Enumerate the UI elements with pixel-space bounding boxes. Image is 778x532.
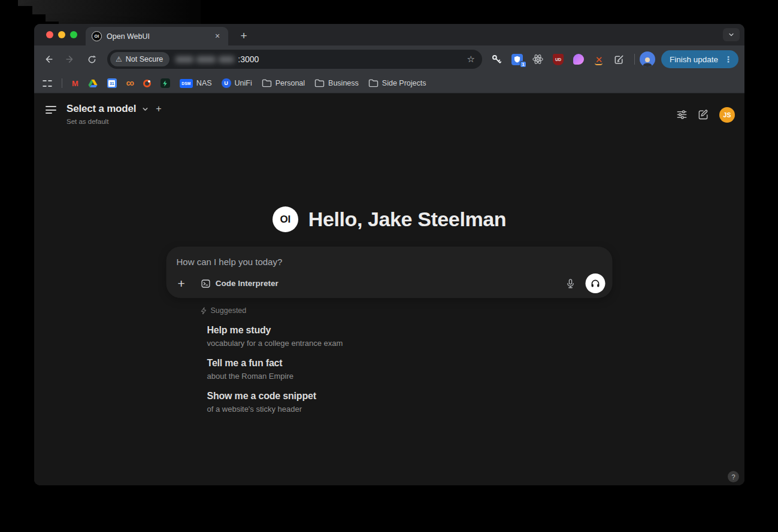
x-extension-icon[interactable]: ✕ <box>592 53 606 66</box>
forward-button[interactable] <box>62 51 78 68</box>
bookmark-gmail[interactable]: M <box>72 79 78 88</box>
drive-icon <box>88 79 98 88</box>
tab-close-icon[interactable]: × <box>213 32 222 41</box>
bookmark-unifi[interactable]: U UniFi <box>222 78 252 88</box>
attach-button[interactable]: + <box>175 275 187 292</box>
security-chip[interactable]: ⚠ Not Secure <box>110 52 169 66</box>
arrow-curve-icon <box>595 63 603 65</box>
chevron-down-icon <box>728 31 735 38</box>
tab-open-webui[interactable]: OI Open WebUI × <box>86 27 228 45</box>
bookmark-folder-personal[interactable]: Personal <box>262 79 305 87</box>
lightning-bolt-icon <box>201 307 207 315</box>
url-text: :3000 <box>175 54 464 64</box>
minimize-window-button[interactable] <box>58 31 65 38</box>
bookmark-orange-ring[interactable] <box>143 80 151 87</box>
sliders-icon <box>676 109 688 120</box>
close-window-button[interactable] <box>46 31 53 38</box>
bookmark-label: UniFi <box>235 79 252 87</box>
green-bolt-icon <box>161 78 170 88</box>
suggestion-code-snippet[interactable]: Show me a code snippet of a website's st… <box>207 390 613 414</box>
bookmark-star-icon[interactable]: ☆ <box>464 54 477 65</box>
bookmark-nas[interactable]: DSM NAS <box>180 79 212 88</box>
react-devtools-extension-icon[interactable] <box>531 53 544 66</box>
clipper-extension-icon[interactable] <box>613 53 626 66</box>
voice-call-button[interactable] <box>586 273 606 293</box>
set-as-default-button[interactable]: Set as default <box>66 118 162 125</box>
redacted-ip-segment <box>175 56 193 63</box>
greeting-text: Hello, Jake Steelman <box>308 208 506 231</box>
purple-orb-icon <box>573 54 584 65</box>
browser-window: OI Open WebUI × + <box>34 24 744 485</box>
new-tab-button[interactable]: + <box>235 28 252 44</box>
bookmark-label: Side Projects <box>382 79 426 87</box>
clipboard-pen-icon <box>613 54 625 65</box>
new-chat-button[interactable] <box>698 109 709 120</box>
reload-icon <box>87 54 97 65</box>
suggestion-help-me-study[interactable]: Help me study vocabulary for a college e… <box>207 324 613 348</box>
apps-grid-icon[interactable] <box>43 78 52 88</box>
browser-profile-avatar[interactable] <box>640 51 655 67</box>
bookmark-co[interactable]: co <box>126 79 134 87</box>
back-button[interactable] <box>40 51 57 68</box>
help-button[interactable]: ? <box>728 471 739 482</box>
suggestion-subtitle: of a website's sticky header <box>207 404 613 414</box>
app-navbar: Select a model + Set as default <box>34 93 744 125</box>
bookmark-calendar[interactable]: 31 <box>107 78 117 88</box>
chat-composer[interactable]: How can I help you today? + Code Interpr… <box>167 247 613 298</box>
model-selector[interactable]: Select a model + <box>66 103 162 115</box>
bookmark-folder-side-projects[interactable]: Side Projects <box>368 79 426 87</box>
extensions-strip: 1 UD ✕ <box>491 53 626 66</box>
ud-shield-icon: UD <box>553 54 564 65</box>
code-interpreter-toggle[interactable]: Code Interpreter <box>201 279 278 288</box>
folder-icon <box>262 79 272 87</box>
zoom-window-button[interactable] <box>70 31 77 38</box>
greeting-block: OI Hello, Jake Steelman <box>34 206 744 232</box>
controls-button[interactable] <box>676 109 688 120</box>
redacted-ip-segment <box>196 56 216 63</box>
add-model-button[interactable]: + <box>156 104 161 114</box>
warning-triangle-icon: ⚠ <box>116 55 122 63</box>
user-avatar[interactable]: JS <box>719 107 735 123</box>
suggested-header: Suggested <box>201 306 613 315</box>
terminal-icon <box>201 279 211 288</box>
suggested-section: Suggested Help me study vocabulary for a… <box>167 306 613 423</box>
tab-search-button[interactable] <box>723 28 740 41</box>
bookmark-label: Business <box>328 79 359 87</box>
folder-icon <box>368 79 379 87</box>
bookmark-folder-business[interactable]: Business <box>314 79 359 87</box>
desktop: OI Open WebUI × + <box>0 0 778 532</box>
openwebui-page: Select a model + Set as default <box>34 93 744 485</box>
keys-extension-icon[interactable] <box>491 53 504 66</box>
model-selector-label: Select a model <box>66 103 136 115</box>
unifi-icon: U <box>222 78 231 88</box>
url-port: :3000 <box>238 54 259 64</box>
orange-ring-icon <box>143 80 151 87</box>
kebab-menu-icon[interactable]: ⋮ <box>722 54 734 64</box>
suggestion-fun-fact[interactable]: Tell me a fun fact about the Roman Empir… <box>207 357 613 381</box>
bookmarks-divider <box>62 78 62 88</box>
key-icon <box>491 54 502 65</box>
traffic-lights <box>46 31 77 38</box>
purple-extension-icon[interactable] <box>572 53 585 66</box>
bookmark-drive[interactable] <box>88 79 98 88</box>
ud-shield-extension-icon[interactable]: UD <box>552 53 565 66</box>
voice-input-button[interactable] <box>563 276 579 291</box>
reload-button[interactable] <box>83 51 100 68</box>
browser-toolbar: ⚠ Not Secure :3000 ☆ <box>34 45 744 73</box>
headphones-icon <box>591 278 601 288</box>
atom-icon <box>532 53 544 65</box>
password-shield-extension-icon[interactable]: 1 <box>511 53 524 66</box>
tab-strip: OI Open WebUI × + <box>34 24 744 45</box>
address-bar[interactable]: ⚠ Not Secure :3000 ☆ <box>107 50 482 69</box>
bookmark-bolt[interactable] <box>161 78 170 88</box>
sidebar-toggle-icon[interactable] <box>46 106 56 125</box>
finish-update-label: Finish update <box>670 55 718 64</box>
folder-icon <box>314 79 325 87</box>
code-interpreter-label: Code Interpreter <box>216 279 278 288</box>
bookmarks-bar: M 31 co <box>34 73 744 93</box>
finish-update-button[interactable]: Finish update ⋮ <box>661 50 738 68</box>
calendar-icon: 31 <box>107 78 117 88</box>
suggestion-subtitle: vocabulary for a college entrance exam <box>207 338 613 348</box>
person-icon <box>641 56 653 67</box>
suggestion-title: Show me a code snippet <box>207 390 613 402</box>
